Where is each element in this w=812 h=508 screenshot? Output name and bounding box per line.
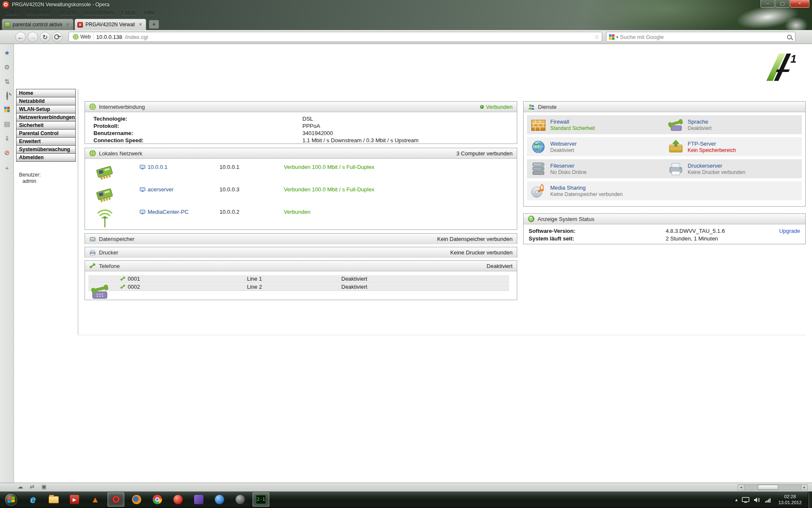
search-magnifier-icon[interactable] (787, 35, 792, 39)
taskbar-firefox-icon[interactable] (128, 492, 145, 507)
service-ftp-server[interactable]: FTP-ServerKein Speicherbereich (664, 137, 802, 156)
show-desktop-button[interactable] (808, 491, 812, 508)
new-tab-button[interactable]: + (149, 20, 159, 29)
nav-abmelden[interactable]: Abmelden (16, 153, 76, 162)
forward-button[interactable]: → (27, 32, 38, 42)
tray-network-icon[interactable] (765, 497, 771, 503)
nav-wlan-setup[interactable]: WLAN-Setup (16, 105, 76, 113)
device-name[interactable]: MediaCenter-PC (148, 209, 189, 215)
lan-panel-title: Lokales Netzwerk (99, 150, 143, 157)
taskbar-explorer-icon[interactable] (45, 492, 62, 507)
taskbar-chrome-icon[interactable] (149, 492, 166, 507)
web-badge[interactable]: Web (71, 33, 93, 40)
network-icon (89, 150, 96, 157)
service-druckerserver[interactable]: DruckerserverKeine Drucker verbunden (664, 159, 802, 178)
reload-button[interactable]: ↻ (40, 32, 50, 42)
taskbar-gray-app-icon[interactable] (232, 492, 249, 507)
wand-key-button[interactable] (52, 32, 63, 42)
menu-hilfe[interactable]: Hilfe (140, 9, 159, 18)
menu-ansicht[interactable]: Ansicht (55, 9, 80, 18)
phone-icon (89, 262, 96, 269)
notes-panel-icon[interactable]: ▤ (0, 120, 14, 128)
url-path: /index.cgi (125, 34, 592, 40)
add-panel-button[interactable]: + (0, 164, 14, 171)
service-fileserver[interactable]: FileserverNo Disks Online (527, 159, 664, 178)
search-input[interactable] (620, 34, 785, 40)
taskbar-counter-app-icon[interactable]: 2-1 (252, 492, 269, 507)
scrollbar-thumb[interactable] (758, 485, 778, 490)
phones-panel-title: Telefone (99, 263, 120, 269)
tab-verwaltungskonsole[interactable]: A PRGAV4202N Verwaltu... × (74, 19, 146, 30)
service-webserver[interactable]: WebserverDeaktiviert (527, 137, 664, 156)
images-toggle-icon[interactable]: ▣ (39, 483, 49, 490)
tab2-close-icon[interactable]: × (137, 22, 143, 28)
downloads-panel-icon[interactable]: ⇓ (0, 135, 14, 142)
taskbar-media-player-icon[interactable]: ▶ (66, 492, 83, 507)
content-bottom-rule (78, 335, 807, 335)
nav-parental-control[interactable]: Parental Control (16, 129, 76, 138)
scroll-left-button[interactable]: ◂ (738, 484, 744, 490)
back-button[interactable]: ← (15, 32, 26, 42)
start-button[interactable] (4, 493, 18, 507)
menu-extras[interactable]: Extras (117, 9, 140, 18)
inet-row: Benutzername:3401942000 (85, 130, 517, 137)
taskbar-opera-icon[interactable]: O (107, 492, 124, 507)
search-field[interactable]: ▾ (606, 32, 796, 42)
tray-expand-icon[interactable]: ▴ (735, 497, 738, 502)
tab1-close-icon[interactable]: × (65, 22, 71, 28)
nav-systemueberwachung[interactable]: Systemüberwachung (16, 145, 76, 154)
tray-volume-icon[interactable] (754, 497, 760, 503)
phone-number: 0001 (128, 276, 140, 282)
taskbar-clock[interactable]: 02:28 13.01.2012 (774, 494, 806, 505)
bookmark-star-icon[interactable]: ☆ (594, 33, 599, 40)
url-field[interactable]: Web 10.0.0.138 /index.cgi ☆ (69, 32, 602, 42)
close-button[interactable]: × (790, 0, 809, 8)
tab-parental-control[interactable]: parental control aktivie... × (2, 19, 74, 30)
scrollbar-track[interactable] (744, 484, 801, 490)
nav-erweitert[interactable]: Erweitert (16, 137, 76, 146)
taskbar-video-app-icon[interactable] (190, 492, 207, 507)
printer-icon (89, 249, 96, 256)
nav-netzwerkverbindungen[interactable]: Netzwerkverbindungen (16, 113, 76, 121)
horizontal-scrollbar[interactable]: ◂ ▸ (738, 484, 809, 490)
opera-link-sync-icon[interactable]: ⇄ (27, 483, 37, 490)
taskbar-messenger-icon[interactable] (211, 492, 228, 507)
taskbar-ie-icon[interactable]: e (25, 492, 41, 507)
opera-logo-icon: O (3, 1, 9, 8)
device-status: Verbunden 100.0 Mbit / s Full-Duplex (284, 185, 517, 193)
menu-bearbeiten[interactable]: Bearbeiten (22, 9, 55, 18)
taskbar-red-app-icon[interactable] (170, 492, 187, 507)
menu-lesezeichen[interactable]: Lesezeichen (80, 9, 117, 18)
svg-text:1: 1 (790, 53, 796, 65)
services-row: FileserverNo Disks Online DruckerserverK… (527, 159, 802, 178)
maximize-button[interactable]: ▢ (775, 0, 790, 8)
tab1-favicon-icon (5, 22, 10, 28)
widgets-gear-icon[interactable]: ⚙ (0, 64, 14, 71)
blocked-content-icon[interactable]: ⊘ (0, 149, 14, 157)
bookmarks-panel-icon[interactable]: ★ (0, 49, 14, 57)
upgrade-link[interactable]: Upgrade (779, 227, 800, 235)
nav-home[interactable]: Home (16, 89, 76, 97)
service-sprache[interactable]: SpracheDeaktiviert (664, 115, 802, 134)
status-dot-icon (480, 105, 484, 109)
nav-netzabbild[interactable]: Netzabbild (16, 97, 76, 105)
minimize-button[interactable]: – (760, 0, 775, 8)
scroll-right-button[interactable]: ▸ (801, 484, 808, 490)
opera-unite-cloud-icon[interactable]: ☁ (15, 483, 25, 490)
nav-sicherheit[interactable]: Sicherheit (16, 121, 76, 130)
taskbar-vlc-icon[interactable]: ▲ (87, 492, 104, 507)
url-host: 10.0.0.138 (96, 34, 122, 40)
menu-datei[interactable]: Datei (2, 9, 22, 18)
history-clock-icon[interactable] (0, 92, 14, 99)
service-firewall[interactable]: FirewallStandard Sicherheit (527, 115, 664, 134)
service-media-sharing[interactable]: Media SharingKeine Datenspeicher verbund… (527, 181, 664, 200)
device-name[interactable]: 10.0.0.1 (148, 164, 167, 170)
links-panel-icon[interactable] (0, 107, 14, 112)
internet-connection-panel: Internetverbindung Verbunden Technologie… (85, 101, 517, 144)
device-name[interactable]: acerserver (148, 186, 173, 193)
search-engine-dropdown-icon[interactable]: ▾ (616, 35, 618, 39)
telephone-icon (91, 284, 110, 301)
tray-display-icon[interactable] (742, 497, 749, 503)
system-panel-header: Anzeige System Status (524, 214, 805, 224)
sync-panel-icon[interactable]: ⇅ (0, 78, 14, 86)
